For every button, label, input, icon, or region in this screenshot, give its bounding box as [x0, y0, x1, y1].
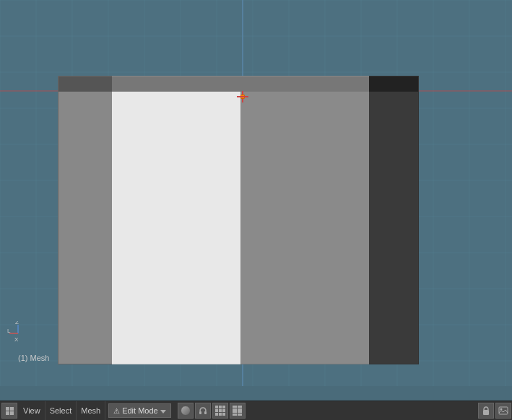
menu-grid-icon[interactable]	[1, 403, 17, 419]
view-menu[interactable]: View	[19, 401, 45, 421]
svg-text:X: X	[14, 336, 19, 343]
svg-point-37	[500, 408, 503, 411]
panel-mid	[240, 92, 369, 364]
svg-text:L: L	[7, 328, 11, 334]
object-body	[58, 92, 419, 364]
axis-indicator: Z L X	[6, 321, 31, 346]
statusbar: View Select Mesh ⚠ Edit Mode	[0, 401, 512, 420]
edit-mode-icon: ⚠	[113, 407, 120, 415]
viewport-sphere-icon[interactable]	[178, 403, 194, 419]
mode-dropdown-icon	[160, 406, 166, 415]
headphones-icon[interactable]	[195, 403, 211, 419]
panel-left	[58, 92, 112, 364]
panel-dark	[369, 92, 419, 364]
quad-grid-icon[interactable]	[212, 403, 228, 419]
top-seg-1	[58, 76, 112, 92]
viewport-3d[interactable]: Z L X (1) Mesh	[0, 0, 512, 386]
panel-white	[112, 92, 240, 364]
mesh-label: (1) Mesh	[18, 354, 49, 362]
lock-icon[interactable]	[478, 403, 494, 419]
image-icon[interactable]	[495, 403, 511, 419]
svg-rect-34	[204, 411, 207, 414]
svg-rect-35	[483, 410, 489, 415]
top-seg-3	[240, 76, 369, 92]
edit-mode-label: Edit Mode	[122, 406, 158, 415]
svg-rect-33	[199, 411, 201, 414]
top-seg-4	[369, 76, 419, 92]
mesh-menu[interactable]: Mesh	[77, 401, 105, 421]
edit-mode-button[interactable]: ⚠ Edit Mode	[108, 403, 171, 418]
3d-object	[58, 76, 419, 364]
top-seg-2	[112, 76, 240, 92]
layout-4-icon[interactable]	[230, 403, 246, 419]
axis-svg: Z L X	[6, 321, 31, 346]
svg-text:Z: Z	[15, 321, 19, 325]
select-menu[interactable]: Select	[45, 401, 77, 421]
object-top-bar	[58, 76, 419, 92]
